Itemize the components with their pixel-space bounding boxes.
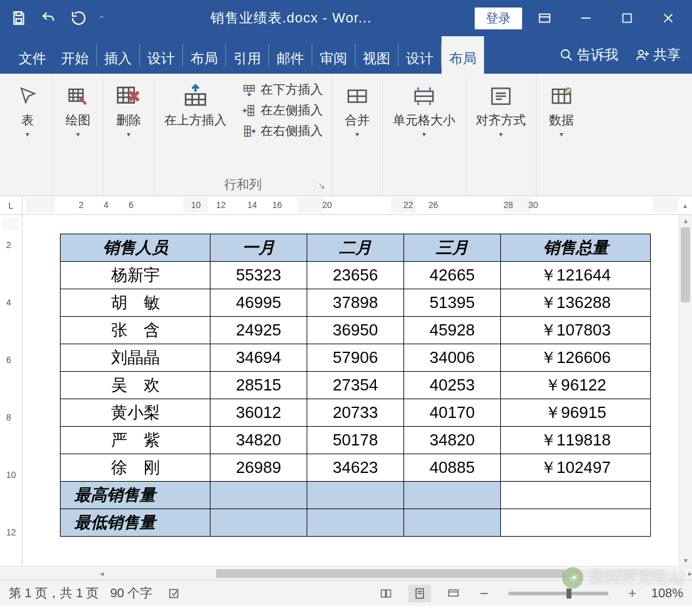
cell-total[interactable]: ￥96915 — [501, 399, 651, 427]
cell-mar[interactable]: 34006 — [404, 344, 501, 372]
word-count[interactable]: 90 个字 — [110, 585, 152, 602]
tell-me-search[interactable]: 告诉我 — [553, 46, 625, 64]
tab-table-design[interactable]: 设计 — [398, 36, 441, 74]
document-canvas[interactable]: 销售人员一月二月三月销售总量 杨新宇553232365642665￥121644… — [22, 215, 678, 566]
cell-feb[interactable]: 20733 — [307, 399, 404, 427]
merge-button[interactable]: 合并 ▾ — [339, 80, 376, 141]
redo-button[interactable] — [65, 4, 92, 32]
data-button[interactable]: 数据 ▾ — [543, 80, 580, 141]
ribbon-display-button[interactable] — [526, 4, 563, 32]
cell-feb[interactable]: 27354 — [307, 372, 404, 399]
hscroll-thumb[interactable] — [216, 569, 565, 578]
cell-name[interactable]: 黄小梨 — [61, 399, 210, 427]
insert-left-button[interactable]: 在左侧插入 — [239, 101, 325, 120]
cell-total[interactable]: ￥136288 — [501, 289, 651, 317]
tab-review[interactable]: 审阅 — [312, 36, 355, 74]
cell-feb[interactable]: 50178 — [307, 427, 404, 454]
summary-blank[interactable] — [307, 509, 404, 537]
table-row[interactable]: 严 紫348205017834820￥119818 — [61, 427, 651, 454]
tab-design[interactable]: 设计 — [140, 36, 182, 74]
zoom-out-button[interactable]: − — [476, 585, 492, 602]
scroll-down-icon[interactable]: ▾ — [679, 556, 692, 565]
cell-jan[interactable]: 34820 — [210, 427, 307, 454]
cell-mar[interactable]: 42665 — [404, 262, 501, 289]
cell-jan[interactable]: 26989 — [210, 454, 307, 482]
cell-mar[interactable]: 40170 — [404, 399, 501, 427]
table-select-button[interactable]: 表 ▾ — [9, 80, 46, 141]
minimize-button[interactable] — [567, 4, 605, 32]
print-layout-icon[interactable] — [408, 585, 431, 602]
summary-label[interactable]: 最低销售量 — [61, 509, 210, 537]
cell-jan[interactable]: 46995 — [210, 289, 307, 317]
login-button[interactable]: 登录 — [475, 7, 522, 29]
summary-row[interactable]: 最高销售量 — [61, 482, 651, 509]
cell-name[interactable]: 严 紫 — [61, 427, 210, 454]
tab-references[interactable]: 引用 — [226, 36, 269, 74]
ruler-vertical[interactable]: 24681012 — [0, 215, 22, 566]
sales-table[interactable]: 销售人员一月二月三月销售总量 杨新宇553232365642665￥121644… — [60, 234, 651, 537]
cell-total[interactable]: ￥126606 — [501, 344, 651, 372]
cell-total[interactable]: ￥121644 — [501, 262, 651, 289]
zoom-slider[interactable] — [508, 592, 608, 595]
summary-total-blank[interactable] — [501, 509, 651, 537]
table-row[interactable]: 吴 欢285152735440253￥96122 — [61, 372, 651, 399]
summary-blank[interactable] — [404, 509, 501, 537]
summary-blank[interactable] — [404, 482, 501, 509]
save-button[interactable] — [5, 4, 32, 32]
summary-blank[interactable] — [210, 482, 307, 509]
cell-mar[interactable]: 51395 — [404, 289, 501, 317]
summary-label[interactable]: 最高销售量 — [61, 482, 210, 509]
table-row[interactable]: 刘晶晶346945790634006￥126606 — [61, 344, 651, 372]
tab-table-layout[interactable]: 布局 — [442, 36, 484, 74]
cell-feb[interactable]: 57906 — [307, 344, 404, 372]
cell-jan[interactable]: 55323 — [210, 262, 307, 289]
table-row[interactable]: 黄小梨360122073340170￥96915 — [61, 399, 651, 427]
cell-feb[interactable]: 23656 — [307, 262, 404, 289]
table-header[interactable]: 三月 — [404, 234, 501, 262]
scroll-up-icon[interactable]: ▴ — [679, 216, 692, 225]
table-row[interactable]: 徐 刚269893462340885￥102497 — [61, 454, 651, 482]
insert-above-button[interactable]: 在上方插入 — [161, 80, 230, 130]
qat-customize-icon[interactable]: ⁼ — [95, 13, 107, 23]
draw-table-button[interactable]: 绘图 ▾ — [59, 80, 97, 141]
cell-mar[interactable]: 45928 — [404, 317, 501, 344]
summary-blank[interactable] — [307, 482, 404, 509]
table-header[interactable]: 销售总量 — [501, 234, 651, 262]
cell-jan[interactable]: 34694 — [210, 344, 307, 372]
tab-home[interactable]: 开始 — [54, 36, 96, 74]
zoom-slider-knob[interactable] — [566, 589, 571, 599]
cell-name[interactable]: 刘晶晶 — [61, 344, 210, 372]
cell-mar[interactable]: 40253 — [404, 372, 501, 399]
cell-feb[interactable]: 36950 — [307, 317, 404, 344]
table-row[interactable]: 张 含249253695045928￥107803 — [61, 317, 651, 344]
table-header[interactable]: 二月 — [307, 234, 404, 262]
cell-mar[interactable]: 40885 — [404, 454, 501, 482]
page-indicator[interactable]: 第 1 页，共 1 页 — [9, 585, 99, 602]
summary-total-blank[interactable] — [501, 482, 651, 509]
cell-mar[interactable]: 34820 — [404, 427, 501, 454]
cell-jan[interactable]: 28515 — [210, 372, 307, 399]
cell-feb[interactable]: 34623 — [307, 454, 404, 482]
cell-size-button[interactable]: 单元格大小 ▾ — [389, 80, 459, 141]
tab-mailings[interactable]: 邮件 — [269, 36, 312, 74]
insert-below-button[interactable]: 在下方插入 — [239, 80, 325, 99]
share-button[interactable]: 共享 — [630, 46, 687, 64]
cell-name[interactable]: 徐 刚 — [61, 454, 210, 482]
delete-button[interactable]: 删除 ▾ — [110, 80, 147, 141]
tab-layout[interactable]: 布局 — [183, 36, 225, 74]
table-row[interactable]: 杨新宇553232365642665￥121644 — [61, 262, 651, 289]
cell-name[interactable]: 张 含 — [61, 317, 210, 344]
alignment-button[interactable]: 对齐方式 ▾ — [472, 80, 530, 141]
close-button[interactable] — [650, 4, 687, 32]
cell-feb[interactable]: 37898 — [307, 289, 404, 317]
table-header[interactable]: 销售人员 — [61, 234, 210, 262]
cell-total[interactable]: ￥96122 — [501, 372, 651, 399]
insert-right-button[interactable]: 在右侧插入 — [239, 121, 325, 141]
summary-blank[interactable] — [210, 509, 307, 537]
spellcheck-icon[interactable] — [164, 585, 186, 602]
table-header[interactable]: 一月 — [210, 234, 307, 262]
ruler-collapse-icon[interactable]: ▴ — [678, 196, 692, 214]
cell-total[interactable]: ￥107803 — [501, 317, 651, 344]
vertical-scrollbar[interactable]: ▴ ▾ — [678, 215, 692, 566]
cell-jan[interactable]: 24925 — [210, 317, 307, 344]
